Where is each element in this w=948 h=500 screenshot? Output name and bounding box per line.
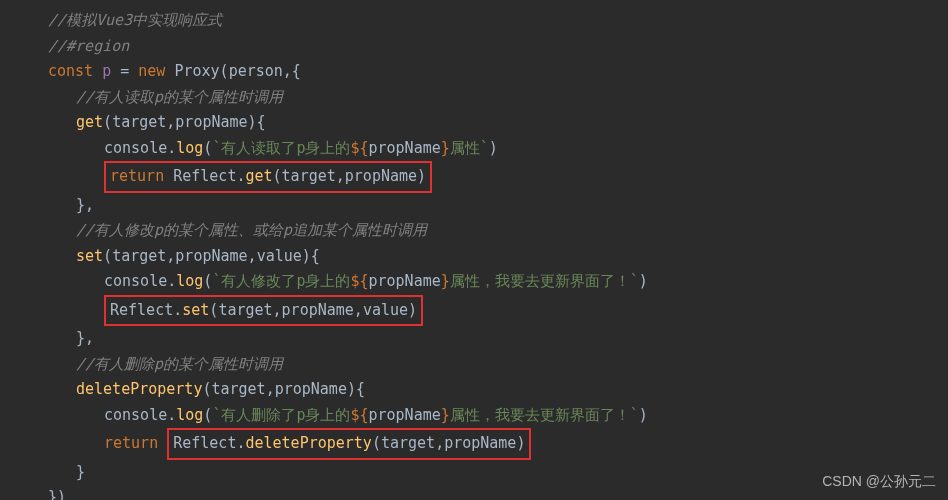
code-line-comment: //有人修改p的某个属性、或给p追加某个属性时调用 [48,218,948,244]
code-line: console.log(`有人读取了p身上的${propName}属性`) [48,136,948,162]
code-line: }, [48,193,948,219]
code-line-highlight: Reflect.set(target,propName,value) [48,295,948,327]
code-line-comment: //有人读取p的某个属性时调用 [48,85,948,111]
code-line-comment: //模拟Vue3中实现响应式 [48,8,948,34]
watermark: CSDN @公孙元二 [822,470,936,494]
code-line: set(target,propName,value){ [48,244,948,270]
code-line: get(target,propName){ [48,110,948,136]
code-line: deleteProperty(target,propName){ [48,377,948,403]
code-line: console.log(`有人删除了p身上的${propName}属性，我要去更… [48,403,948,429]
code-line-comment: //#region [48,34,948,60]
code-line: }, [48,326,948,352]
code-line-comment: //有人删除p的某个属性时调用 [48,352,948,378]
code-line: } [48,460,948,486]
code-line: }) [48,485,948,500]
code-line: const p = new Proxy(person,{ [48,59,948,85]
code-line: console.log(`有人修改了p身上的${propName}属性，我要去更… [48,269,948,295]
code-line-highlight: return Reflect.get(target,propName) [48,161,948,193]
code-line-highlight: return Reflect.deleteProperty(target,pro… [48,428,948,460]
